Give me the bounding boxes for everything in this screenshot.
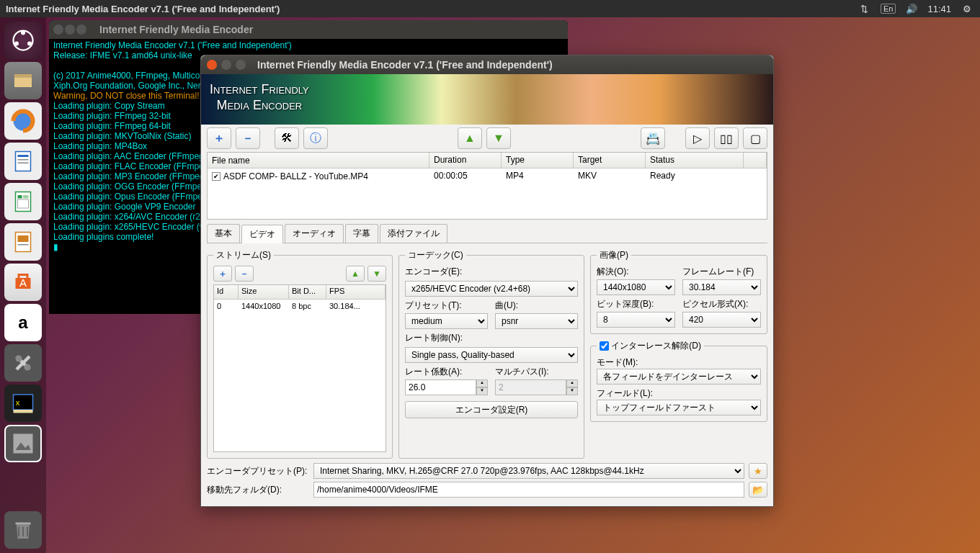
svg-rect-12 <box>18 195 22 199</box>
tab-basic[interactable]: 基本 <box>207 224 240 243</box>
tools-button[interactable]: 🛠 <box>275 127 299 149</box>
ratecontrol-label: レート制御(N): <box>405 332 578 344</box>
ubuntu-software-icon[interactable]: A <box>4 264 42 301</box>
start-button[interactable]: ▷ <box>685 127 710 149</box>
framerate-select[interactable]: 30.184 <box>682 279 761 295</box>
trash-icon[interactable] <box>4 511 42 549</box>
tab-attachment[interactable]: 添付ファイル <box>380 224 447 243</box>
libreoffice-writer-icon[interactable] <box>4 143 42 180</box>
stream-remove-button[interactable]: － <box>235 266 254 282</box>
deint-mode-label: モード(M): <box>597 357 638 367</box>
pause-button[interactable]: ▯▯ <box>714 127 739 149</box>
app-titlebar[interactable]: Internet Friendly Media Encoder v7.1 ('F… <box>201 55 773 74</box>
svg-rect-8 <box>18 155 29 157</box>
svg-rect-24 <box>14 410 33 413</box>
rf-down[interactable]: ▼ <box>476 387 488 395</box>
amazon-icon[interactable]: a <box>4 304 42 341</box>
keyboard-indicator[interactable]: En <box>881 4 896 14</box>
unity-launcher: A a X <box>0 17 46 553</box>
minimize-button[interactable] <box>221 60 231 70</box>
files-icon[interactable] <box>4 62 42 99</box>
svg-rect-13 <box>23 195 29 199</box>
network-icon[interactable]: ⇅ <box>859 3 870 14</box>
stream-up-button[interactable]: ▲ <box>346 266 365 282</box>
term-min-btn[interactable] <box>65 24 75 35</box>
app-window: Internet Friendly Media Encoder v7.1 ('F… <box>200 55 774 507</box>
file-checkbox[interactable]: ✔ <box>212 172 220 181</box>
stream-down-button[interactable]: ▼ <box>368 266 386 282</box>
tab-subtitle[interactable]: 字幕 <box>345 224 378 243</box>
tune-select[interactable]: psnr <box>495 313 578 329</box>
remove-file-button[interactable]: － <box>236 127 260 149</box>
system-settings-icon[interactable] <box>4 344 42 382</box>
encoder-select[interactable]: x265/HEVC Encoder (v2.4+68) <box>405 281 578 297</box>
browse-folder-button[interactable]: 📂 <box>749 482 767 498</box>
pixelformat-label: ピクセル形式(X): <box>682 298 761 310</box>
libreoffice-impress-icon[interactable] <box>4 223 42 261</box>
rf-up[interactable]: ▲ <box>476 379 488 387</box>
donate-button[interactable]: 📇 <box>641 127 665 149</box>
preset-select[interactable]: medium <box>405 313 488 329</box>
stream-row[interactable]: 0 1440x1080 8 bpc 30.184... <box>214 300 386 313</box>
tab-video[interactable]: ビデオ <box>241 225 283 243</box>
codec-legend: コーデック(C) <box>405 249 466 261</box>
app-banner: Internet Friendly Media Encoder <box>201 74 773 125</box>
multipass-input <box>495 379 566 395</box>
close-button[interactable] <box>207 60 217 70</box>
main-toolbar: ＋ － 🛠 ⓘ ▲ ▼ 📇 ▷ ▯▯ ▢ <box>201 125 773 152</box>
deint-field-select[interactable]: トップフィールドファースト <box>597 400 761 415</box>
deinterlace-checkbox[interactable]: インターレース解除(D) <box>600 341 701 351</box>
settings-tabs: 基本 ビデオ オーディオ 字幕 添付ファイル <box>207 224 767 243</box>
stream-add-button[interactable]: ＋ <box>213 266 232 282</box>
volume-icon[interactable]: 🔊 <box>906 3 917 14</box>
maximize-button[interactable] <box>236 60 246 70</box>
destination-label: 移動先フォルダ(D): <box>207 484 309 496</box>
term-max-btn[interactable] <box>76 24 86 35</box>
stop-button[interactable]: ▢ <box>743 127 767 149</box>
add-file-button[interactable]: ＋ <box>207 127 231 149</box>
encoder-preset-select[interactable]: Internet Sharing, MKV, H.265@CRF 27.0 72… <box>313 463 744 479</box>
move-up-button[interactable]: ▲ <box>458 127 482 149</box>
clock[interactable]: 11:41 <box>927 4 951 14</box>
destination-input[interactable] <box>313 482 744 498</box>
firefox-icon[interactable] <box>4 102 42 140</box>
col-status[interactable]: Status <box>646 153 744 168</box>
svg-rect-5 <box>14 78 32 88</box>
file-list[interactable]: File name Duration Type Target Status ✔A… <box>207 152 767 220</box>
svg-rect-7 <box>16 152 31 171</box>
gear-icon[interactable]: ⚙ <box>961 3 973 14</box>
banner-line1: Internet Friendly <box>210 82 309 96</box>
xterm-icon[interactable]: X <box>4 385 42 422</box>
ratecontrol-select[interactable]: Single pass, Quality-based <box>405 347 578 363</box>
pixelformat-select[interactable]: 420 <box>682 312 761 328</box>
svg-point-20 <box>16 356 22 362</box>
col-duration[interactable]: Duration <box>429 153 502 168</box>
favorite-button[interactable]: ★ <box>749 463 767 479</box>
preset-label: プリセット(T): <box>405 300 488 312</box>
resolution-select[interactable]: 1440x1080 <box>597 279 675 295</box>
svg-text:X: X <box>16 400 20 407</box>
col-target[interactable]: Target <box>574 153 646 168</box>
svg-rect-25 <box>14 434 33 454</box>
term-close-btn[interactable] <box>53 24 63 35</box>
col-filename[interactable]: File name <box>208 153 429 168</box>
info-button[interactable]: ⓘ <box>303 127 328 149</box>
svg-rect-10 <box>18 163 29 164</box>
desktop-menubar: Internet Friendly Media Encoder v7.1 ('F… <box>0 0 980 17</box>
dash-icon[interactable] <box>4 22 42 59</box>
bitdepth-select[interactable]: 8 <box>597 312 675 328</box>
file-row[interactable]: ✔ASDF COMP- BALLZ - YouTube.MP4 00:00:05… <box>208 168 767 184</box>
stream-table[interactable]: Id Size Bit D... FPS 0 1440x1080 8 bpc 3… <box>213 284 386 452</box>
move-down-button[interactable]: ▼ <box>486 127 511 149</box>
ratefactor-label: レート係数(A): <box>405 366 488 378</box>
image-group: 画像(P) 解決(O): 1440x1080 フレームレート(F) 30.184… <box>590 249 767 334</box>
image-viewer-icon[interactable] <box>4 425 42 462</box>
ratefactor-input[interactable] <box>405 379 476 395</box>
libreoffice-calc-icon[interactable] <box>4 183 42 220</box>
col-type[interactable]: Type <box>502 153 574 168</box>
tab-audio[interactable]: オーディオ <box>285 224 344 243</box>
encoder-settings-button[interactable]: エンコーダ設定(R) <box>405 401 578 418</box>
deint-mode-select[interactable]: 各フィールドをデインターレース <box>597 369 761 385</box>
svg-rect-17 <box>18 244 29 246</box>
menubar-title: Internet Friendly Media Encoder v7.1 ('F… <box>0 4 859 14</box>
